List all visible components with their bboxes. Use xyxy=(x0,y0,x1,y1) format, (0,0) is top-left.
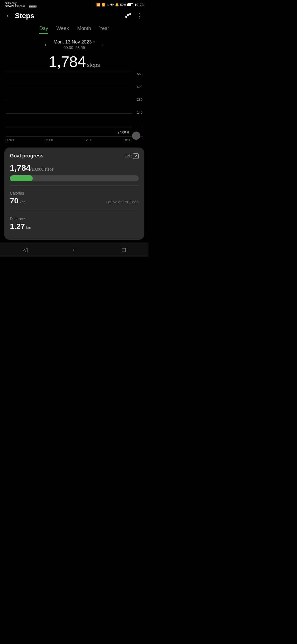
prev-date-button[interactable]: ‹ xyxy=(42,41,49,49)
edit-button[interactable]: Edit ↗ xyxy=(125,153,139,159)
calories-value: 70 xyxy=(10,197,18,205)
signal-icon: 📶 xyxy=(96,3,100,7)
divider-1 xyxy=(10,185,139,185)
steps-display: 1,784steps xyxy=(0,53,148,70)
progress-fill xyxy=(10,175,33,181)
svg-point-0 xyxy=(125,16,127,18)
distance-label: Distance xyxy=(10,217,139,221)
steps-unit: steps xyxy=(87,62,100,68)
goal-card: Goal progress Edit ↗ 1,784/10,000 steps … xyxy=(4,148,144,240)
tab-bar: Day Week Month Year xyxy=(0,23,148,34)
status-bar: SOS only SMART Prepaid... VoWiFi 📶 🛜 ✕ 👁… xyxy=(0,0,148,9)
goal-steps-display: 1,784/10,000 steps xyxy=(10,163,139,173)
chart-y-labels: 560 420 280 140 0 xyxy=(133,72,143,127)
clock: 10:23 xyxy=(134,3,144,7)
time-track xyxy=(6,136,143,137)
y-label-0: 0 xyxy=(141,123,142,127)
header-right: ⋮ xyxy=(125,12,143,20)
y-label-560: 560 xyxy=(137,72,142,76)
back-button[interactable]: ← xyxy=(6,12,12,20)
distance-unit: km xyxy=(26,225,31,230)
steps-value: 1,784 xyxy=(49,53,86,70)
edit-icon: ↗ xyxy=(133,153,139,159)
date-navigation: ‹ Mon, 13 Nov 2023 ▾ 00:00–23:59 › xyxy=(0,39,148,50)
status-right: 📶 🛜 ✕ 👁 🔔 59% 10:23 xyxy=(96,3,144,7)
y-label-140: 140 xyxy=(137,111,142,114)
tab-year[interactable]: Year xyxy=(99,26,109,34)
current-date: Mon, 13 Nov 2023 xyxy=(54,39,92,45)
eye-icon: 👁 xyxy=(110,3,114,7)
calories-display: 70kcal xyxy=(10,197,26,205)
x-label-0: 00:00 xyxy=(6,138,14,142)
tab-month[interactable]: Month xyxy=(77,26,91,34)
time-dot xyxy=(127,131,129,133)
header-left: ← Steps xyxy=(6,12,34,20)
time-indicator-value: 24:00 xyxy=(118,130,126,134)
network-badge: VoWiFi xyxy=(29,5,37,8)
goal-title: Goal progress xyxy=(10,153,43,159)
calories-note: Equivalent to 1 egg xyxy=(106,200,139,204)
calories-unit: kcal xyxy=(20,200,26,204)
graph-icon[interactable] xyxy=(125,12,132,20)
svg-line-4 xyxy=(129,14,130,14)
page-title: Steps xyxy=(15,12,34,20)
time-range: 00:00–23:59 xyxy=(54,45,95,50)
svg-line-3 xyxy=(127,15,128,17)
svg-point-2 xyxy=(130,13,131,15)
carrier-info: SOS only SMART Prepaid... VoWiFi xyxy=(5,2,37,8)
tab-day[interactable]: Day xyxy=(39,26,48,34)
time-thumb[interactable] xyxy=(132,132,140,140)
chart-x-labels: 00:00 06:00 12:00 18:00 xyxy=(6,138,143,142)
svg-point-1 xyxy=(128,14,129,15)
distance-display: 1.27km xyxy=(10,222,139,231)
chart-bars xyxy=(6,72,131,127)
x-label-2: 12:00 xyxy=(84,138,92,142)
bottom-nav: ◁ ○ □ xyxy=(0,242,148,257)
nav-back-button[interactable]: ◁ xyxy=(23,246,28,253)
more-options-icon[interactable]: ⋮ xyxy=(137,12,143,20)
x-label-1: 06:00 xyxy=(45,138,53,142)
goal-steps-current: 1,784 xyxy=(10,163,31,172)
x-label-3: 18:00 xyxy=(123,138,131,142)
goal-steps-total: /10,000 steps xyxy=(31,167,54,171)
header: ← Steps ⋮ xyxy=(0,9,148,23)
nav-recent-button[interactable]: □ xyxy=(122,246,126,253)
grid-line-bottom xyxy=(6,127,132,127)
time-scroll[interactable]: 24:00 xyxy=(6,128,143,137)
goal-card-header: Goal progress Edit ↗ xyxy=(10,153,139,159)
date-dropdown-icon[interactable]: ▾ xyxy=(93,40,95,44)
edit-label: Edit xyxy=(125,154,132,158)
y-label-420: 420 xyxy=(137,85,142,89)
calories-inner: 70kcal Equivalent to 1 egg xyxy=(10,197,139,205)
battery-icon xyxy=(127,3,133,6)
time-indicator: 24:00 xyxy=(118,130,129,134)
tab-week[interactable]: Week xyxy=(56,26,69,34)
progress-bar xyxy=(10,175,139,181)
distance-value: 1.27 xyxy=(10,222,25,231)
wifi-icon: 🛜 xyxy=(101,3,106,7)
y-label-280: 280 xyxy=(137,98,142,102)
next-date-button[interactable]: › xyxy=(99,41,106,49)
mute-icon: 🔔 xyxy=(115,3,119,7)
battery-percent: 59% xyxy=(120,3,126,6)
steps-chart: 560 420 280 140 0 xyxy=(6,72,143,127)
date-display: Mon, 13 Nov 2023 ▾ 00:00–23:59 xyxy=(54,39,95,50)
calories-row: Calories 70kcal Equivalent to 1 egg xyxy=(10,189,139,208)
divider-2 xyxy=(10,211,139,211)
nav-home-button[interactable]: ○ xyxy=(73,246,76,253)
x-network-icon: ✕ xyxy=(107,3,109,7)
carrier1: SOS only xyxy=(5,2,37,5)
calories-label: Calories xyxy=(10,191,139,195)
distance-row: Distance 1.27km xyxy=(10,214,139,233)
carrier2: SMART Prepaid... VoWiFi xyxy=(5,5,37,8)
